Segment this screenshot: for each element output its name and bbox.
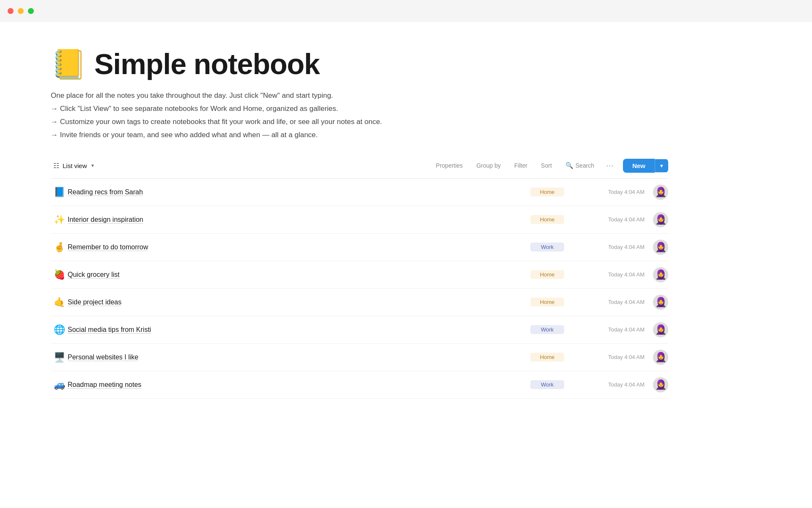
note-tag[interactable]: Home [530, 298, 564, 306]
more-options-button[interactable]: ··· [602, 158, 618, 173]
avatar: 🧕 [653, 377, 668, 392]
desc-line1: One place for all the notes you take thr… [51, 90, 668, 102]
search-icon: 🔍 [565, 162, 573, 169]
chevron-down-icon: ▾ [91, 163, 94, 168]
note-title: Roadmap meeting notes [68, 381, 530, 389]
page-emoji: 📒 [51, 50, 87, 78]
note-title: Reading recs from Sarah [68, 188, 530, 196]
page-title: Simple notebook [94, 47, 320, 80]
list-item[interactable]: 🤙 Side project ideas Home Today 4:04 AM … [51, 289, 668, 316]
close-button[interactable] [8, 8, 14, 14]
notes-list: 📘 Reading recs from Sarah Home Today 4:0… [51, 179, 668, 399]
note-title: Side project ideas [68, 298, 530, 306]
note-emoji: ✨ [51, 214, 68, 225]
note-emoji: 🖥️ [51, 352, 68, 363]
note-date: Today 4:04 AM [577, 326, 645, 333]
minimize-button[interactable] [18, 8, 24, 14]
note-title: Personal websites I like [68, 353, 530, 361]
note-emoji: 🚙 [51, 379, 68, 390]
note-tag[interactable]: Home [530, 215, 564, 224]
note-tag[interactable]: Home [530, 353, 564, 362]
note-date: Today 4:04 AM [577, 354, 645, 360]
avatar: 🧕 [653, 267, 668, 282]
note-emoji: 🌐 [51, 324, 68, 335]
avatar: 🧕 [653, 185, 668, 200]
note-date: Today 4:04 AM [577, 244, 645, 250]
groupby-label: Group by [476, 162, 501, 169]
note-tag[interactable]: Work [530, 243, 564, 251]
note-date: Today 4:04 AM [577, 381, 645, 388]
main-content: 📒 Simple notebook One place for all the … [0, 22, 719, 424]
list-view-icon: ☷ [53, 162, 59, 170]
note-tag[interactable]: Work [530, 325, 564, 334]
view-label: List view [63, 162, 87, 169]
avatar: 🧕 [653, 295, 668, 310]
chevron-down-icon: ▾ [660, 163, 663, 169]
desc-line4: → Invite friends or your team, and see w… [51, 129, 668, 141]
list-item[interactable]: 🖥️ Personal websites I like Home Today 4… [51, 344, 668, 371]
list-item[interactable]: 🤞 Remember to do tomorrow Work Today 4:0… [51, 234, 668, 261]
properties-button[interactable]: Properties [430, 159, 469, 172]
avatar: 🧕 [653, 322, 668, 337]
filter-label: Filter [514, 162, 527, 169]
note-emoji: 🤞 [51, 242, 68, 253]
note-title: Interior design inspiration [68, 216, 530, 224]
note-date: Today 4:04 AM [577, 271, 645, 278]
note-date: Today 4:04 AM [577, 299, 645, 305]
view-selector[interactable]: ☷ List view ▾ [51, 159, 98, 172]
note-date: Today 4:04 AM [577, 189, 645, 195]
list-item[interactable]: 🌐 Social media tips from Kristi Work Tod… [51, 316, 668, 344]
list-item[interactable]: 🍓 Quick grocery list Home Today 4:04 AM … [51, 261, 668, 289]
page-header: 📒 Simple notebook [51, 47, 668, 80]
properties-label: Properties [436, 162, 463, 169]
filter-button[interactable]: Filter [508, 159, 533, 172]
note-tag[interactable]: Home [530, 270, 564, 279]
search-button[interactable]: 🔍 Search [560, 159, 600, 172]
list-item[interactable]: 🚙 Roadmap meeting notes Work Today 4:04 … [51, 371, 668, 399]
note-emoji: 🍓 [51, 269, 68, 280]
new-button-group: New ▾ [623, 159, 668, 173]
note-emoji: 🤙 [51, 297, 68, 308]
toolbar-actions: Properties Group by Filter Sort 🔍 Search… [430, 158, 668, 173]
page-description: One place for all the notes you take thr… [51, 90, 668, 141]
new-dropdown-button[interactable]: ▾ [655, 159, 668, 172]
avatar: 🧕 [653, 212, 668, 227]
toolbar: ☷ List view ▾ Properties Group by Filter… [51, 158, 668, 179]
titlebar [0, 0, 812, 22]
desc-line3: → Customize your own tags to create note… [51, 116, 668, 128]
avatar: 🧕 [653, 240, 668, 255]
note-date: Today 4:04 AM [577, 216, 645, 223]
new-button[interactable]: New [623, 159, 655, 173]
sort-label: Sort [541, 162, 552, 169]
search-label: Search [576, 162, 594, 169]
ellipsis-icon: ··· [606, 161, 614, 170]
maximize-button[interactable] [28, 8, 34, 14]
sort-button[interactable]: Sort [535, 159, 558, 172]
note-emoji: 📘 [51, 187, 68, 198]
avatar: 🧕 [653, 350, 668, 365]
note-tag[interactable]: Home [530, 188, 564, 196]
list-item[interactable]: ✨ Interior design inspiration Home Today… [51, 206, 668, 234]
desc-line2: → Click "List View" to see separate note… [51, 103, 668, 115]
note-title: Social media tips from Kristi [68, 326, 530, 334]
note-title: Quick grocery list [68, 271, 530, 279]
list-item[interactable]: 📘 Reading recs from Sarah Home Today 4:0… [51, 179, 668, 206]
note-tag[interactable]: Work [530, 380, 564, 389]
note-title: Remember to do tomorrow [68, 243, 530, 251]
groupby-button[interactable]: Group by [470, 159, 507, 172]
